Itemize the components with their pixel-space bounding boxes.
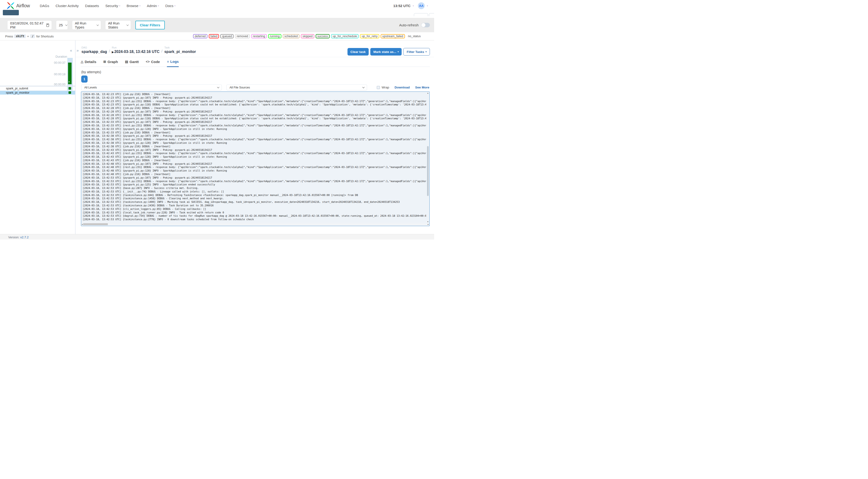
see-more-link[interactable]: See More bbox=[415, 86, 429, 89]
task-actions: Clear task Mark state as...▾ Filter Task… bbox=[0, 48, 430, 56]
gantt-icon: ▤ bbox=[125, 60, 128, 64]
tab-graph[interactable]: ⊞Graph bbox=[103, 59, 118, 67]
download-link[interactable]: Download bbox=[395, 86, 410, 89]
run-play-icon: ▸ bbox=[69, 81, 70, 83]
calendar-icon[interactable] bbox=[46, 24, 49, 27]
date-value: 03/18/2024, 01:52:47 PM bbox=[10, 21, 46, 29]
wrap-toggle[interactable]: Wrap bbox=[377, 86, 389, 89]
nav-item-dropdown[interactable]: Browse▾ bbox=[127, 4, 141, 8]
nav-item-dropdown[interactable]: Admin▾ bbox=[147, 4, 159, 8]
task-row-spark-pi-monitor[interactable]: spark_pi_monitor bbox=[0, 91, 75, 95]
nav-menu: DAGsCluster ActivityDatasets Security▾Br… bbox=[40, 4, 176, 8]
date-filter-input[interactable]: 03/18/2024, 01:52:47 PM bbox=[7, 21, 52, 29]
log-line: [2024-03-18, 13:42:53 UTC] {base.py:287}… bbox=[83, 186, 426, 190]
chevron-down-icon: ▾ bbox=[413, 4, 414, 7]
wrap-checkbox[interactable] bbox=[377, 86, 380, 89]
shift-key: shift bbox=[14, 34, 26, 38]
scrolled-button-fragment[interactable] bbox=[3, 10, 19, 15]
state-badge: up_for_reschedule bbox=[331, 34, 359, 38]
log-line: [2024-03-18, 13:42:43 UTC] {job.py:216} … bbox=[83, 159, 426, 162]
auto-refresh-control: Auto-refresh bbox=[399, 23, 430, 27]
clock[interactable]: 13:52 UTC bbox=[393, 4, 410, 8]
attempt-1-button[interactable]: 1 bbox=[81, 75, 88, 83]
scroll-up-icon[interactable]: ▲ bbox=[427, 92, 429, 94]
clear-filters-button[interactable]: Clear Filters bbox=[135, 21, 165, 29]
state-badge: restarting bbox=[251, 34, 267, 38]
log-line: [2024-03-18, 13:42:53 UTC] {taskinstance… bbox=[83, 200, 426, 204]
vertical-scrollbar[interactable]: ▲ ▼ bbox=[427, 92, 429, 223]
page-size-select[interactable]: 25 bbox=[56, 21, 68, 29]
mark-state-button[interactable]: Mark state as...▾ bbox=[370, 48, 402, 56]
log-line: [2024-03-18, 13:42:43 UTC] {pyspark_pi.p… bbox=[83, 155, 426, 159]
graph-icon: ⊞ bbox=[103, 60, 106, 64]
log-line: [2024-03-18, 13:42:33 UTC] {rest.py:231}… bbox=[83, 124, 426, 127]
nav-item-dropdown[interactable]: Security▾ bbox=[105, 4, 120, 8]
run-states-select[interactable]: All Run States bbox=[105, 21, 131, 29]
chevron-down-icon bbox=[96, 24, 99, 26]
state-badge: upstream_failed bbox=[381, 34, 405, 38]
log-line: [2024-03-18, 13:42:53 UTC] {dagrun.py:73… bbox=[83, 214, 426, 218]
chevron-down-icon: ▾ bbox=[398, 51, 399, 53]
state-badge: running bbox=[268, 34, 281, 38]
duration-tick: 00:00:18 bbox=[24, 73, 65, 76]
task-instance-cell[interactable] bbox=[67, 87, 72, 90]
nav-item-dropdown[interactable]: Docs▾ bbox=[165, 4, 176, 8]
log-line: [2024-03-18, 13:42:48 UTC] {rest.py:231}… bbox=[83, 165, 426, 169]
log-line: [2024-03-18, 13:42:53 UTC] {rest.py:231}… bbox=[83, 180, 426, 183]
task-instance-cell[interactable] bbox=[67, 91, 72, 95]
log-levels-select[interactable]: All Levels bbox=[81, 85, 222, 90]
task-row-spark-pi-submit[interactable]: spark_pi_submit bbox=[0, 87, 75, 91]
log-output-panel: [2024-03-18, 13:42:23 UTC] {job.py:216} … bbox=[81, 92, 430, 226]
log-line: [2024-03-18, 13:42:33 UTC] {pyspark_pi.p… bbox=[83, 127, 426, 131]
chevron-down-icon: ▾ bbox=[158, 4, 159, 7]
scroll-right-icon[interactable]: ▸ bbox=[428, 223, 429, 225]
clear-task-button[interactable]: Clear task bbox=[347, 48, 369, 56]
chevron-down-icon bbox=[65, 24, 68, 26]
state-badge: success bbox=[316, 34, 330, 38]
vertical-scroll-thumb[interactable] bbox=[427, 146, 429, 196]
horizontal-scroll-thumb[interactable] bbox=[83, 223, 108, 225]
log-line: [2024-03-18, 13:42:28 UTC] {rest.py:231}… bbox=[83, 114, 426, 117]
log-line: [2024-03-18, 13:42:28 UTC] {pyspark_pi.p… bbox=[83, 117, 426, 120]
logs-icon: ≡ bbox=[167, 60, 169, 64]
filter-bar: 03/18/2024, 01:52:47 PM 25 All Run Types… bbox=[0, 18, 434, 32]
airflow-logo[interactable]: Airflow bbox=[7, 2, 30, 10]
nav-item[interactable]: Datasets bbox=[85, 4, 99, 8]
file-sources-select[interactable]: All File Sources bbox=[226, 85, 367, 90]
scrolled-outline-fragment bbox=[429, 13, 434, 16]
details-icon: △ bbox=[81, 60, 83, 64]
airflow-pinwheel-icon bbox=[7, 2, 14, 10]
horizontal-scrollbar[interactable]: ◂ ▸ bbox=[82, 223, 429, 226]
navbar: Airflow DAGsCluster ActivityDatasets Sec… bbox=[0, 0, 434, 11]
tab-code[interactable]: <>Code bbox=[146, 59, 160, 67]
version-label: Version: bbox=[8, 235, 19, 239]
run-types-select[interactable]: All Run Types bbox=[72, 21, 101, 29]
nav-item[interactable]: Cluster Activity bbox=[56, 4, 79, 8]
scroll-left-icon[interactable]: ◂ bbox=[82, 223, 83, 225]
tab-gantt[interactable]: ▤Gantt bbox=[125, 59, 139, 67]
chevron-down-icon: ▾ bbox=[175, 4, 176, 7]
nav-item[interactable]: DAGs bbox=[40, 4, 49, 8]
duration-tick: 00:00:37 bbox=[24, 61, 65, 64]
filter-tasks-button[interactable]: Filter Tasks▾ bbox=[403, 48, 430, 56]
log-line: [2024-03-18, 13:42:28 UTC] {pyspark_pi.p… bbox=[83, 110, 426, 114]
legend-row: Press shift + / for Shortcuts deferredfa… bbox=[0, 32, 434, 40]
state-badge: deferred bbox=[193, 34, 208, 38]
state-badge: no_status bbox=[406, 34, 422, 38]
chevron-down-icon bbox=[362, 86, 365, 88]
avatar[interactable]: AA bbox=[418, 2, 425, 9]
chevron-down-icon bbox=[217, 86, 219, 88]
log-line: [2024-03-18, 13:42:33 UTC] {pyspark_pi.p… bbox=[83, 120, 426, 124]
grid-sidebar bbox=[0, 40, 75, 234]
wrap-label: Wrap bbox=[382, 86, 389, 89]
log-line: [2024-03-18, 13:42:38 UTC] {pyspark_pi.p… bbox=[83, 141, 426, 145]
version-link[interactable]: v2.7.2 bbox=[20, 235, 29, 239]
tab-details[interactable]: △Details bbox=[81, 59, 96, 67]
auto-refresh-toggle[interactable] bbox=[421, 23, 430, 27]
scroll-down-icon[interactable]: ▼ bbox=[427, 221, 429, 223]
log-line: [2024-03-18, 13:42:53 UTC] {pyspark_pi.p… bbox=[83, 183, 426, 186]
tab-logs[interactable]: ≡Logs bbox=[167, 59, 179, 67]
log-line: [2024-03-18, 13:42:53 UTC] {pyspark_pi.p… bbox=[83, 176, 426, 180]
log-line: [2024-03-18, 13:42:53 UTC] {taskinstance… bbox=[83, 197, 426, 200]
log-line: [2024-03-18, 13:42:53 UTC] {__init__.py:… bbox=[83, 190, 426, 193]
